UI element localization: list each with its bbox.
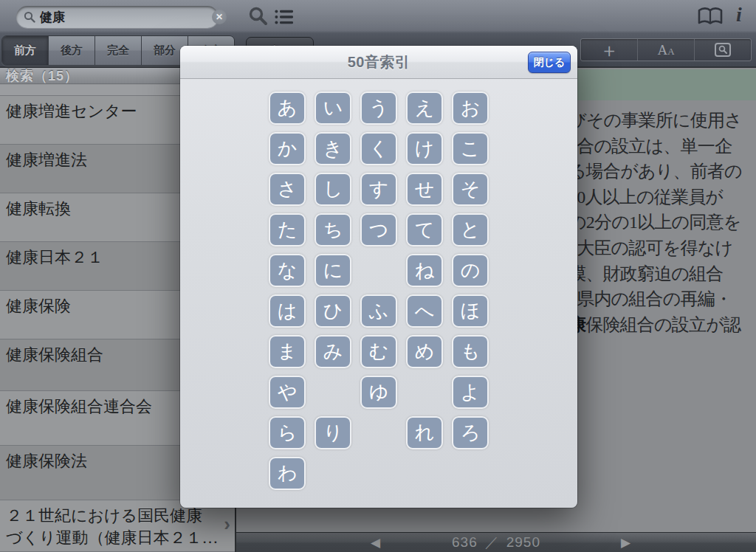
page-search-button[interactable]	[694, 39, 751, 61]
kana-key[interactable]: お	[452, 92, 489, 125]
kana-key[interactable]: や	[269, 376, 306, 409]
kana-key[interactable]: と	[452, 213, 489, 246]
tab-2[interactable]: 後方	[49, 36, 95, 65]
tab-3[interactable]: 完全	[95, 36, 142, 65]
kana-key[interactable]: さ	[269, 173, 306, 206]
tab-1[interactable]: 前方	[2, 36, 49, 65]
kana-key[interactable]: ち	[315, 213, 351, 246]
page-separator: ／	[485, 533, 499, 552]
kana-key[interactable]: て	[406, 213, 443, 246]
kana-key[interactable]: ろ	[452, 416, 489, 449]
kana-key[interactable]: た	[269, 213, 306, 246]
chevron-right-icon: ›	[224, 513, 230, 536]
kana-key[interactable]: の	[452, 254, 489, 287]
kana-key[interactable]: き	[315, 132, 351, 165]
kana-index-modal: 50音索引 閉じる あいうえおかきくけこさしすせそたちつてとなにねのはひふへほま…	[180, 46, 577, 508]
kana-key[interactable]: よ	[452, 376, 489, 409]
plus-icon: ＋	[599, 41, 619, 60]
entry-text-line: る場合があり、前者の	[568, 159, 742, 184]
result-item[interactable]: ２１世紀における国民健康づくり運動（健康日本２１…›	[0, 500, 235, 552]
next-page-icon[interactable]: ▶	[621, 535, 630, 551]
kana-key[interactable]: み	[315, 335, 351, 368]
prev-page-icon[interactable]: ◀	[371, 535, 380, 551]
kana-key[interactable]: ま	[269, 335, 306, 368]
kana-key[interactable]: も	[452, 335, 489, 368]
entry-text-line: 働大臣の認可を得なけ	[560, 235, 742, 261]
kana-key[interactable]: に	[315, 254, 351, 287]
kana-key[interactable]: ゆ	[360, 376, 397, 409]
kana-key[interactable]: ほ	[452, 294, 489, 328]
kana-key[interactable]: は	[269, 294, 306, 328]
kana-key[interactable]: そ	[452, 173, 489, 206]
search-input[interactable]	[35, 10, 212, 24]
total-pages: 2950	[506, 534, 540, 551]
entry-text-line: 模、財政窮迫の組合	[568, 261, 742, 287]
kana-key[interactable]: け	[406, 132, 443, 165]
modal-header: 50音索引 閉じる	[180, 46, 577, 79]
kana-key[interactable]: れ	[406, 416, 443, 449]
entry-text-line: の2分の1以上の同意を	[568, 210, 742, 235]
clear-search-icon[interactable]: ✕	[212, 10, 227, 24]
kana-key[interactable]: へ	[406, 294, 443, 328]
search-view-icon[interactable]	[248, 6, 269, 27]
entry-text: びその事業所に使用さ組合の設立は、単一企る場合があり、前者の00人以上の従業員が…	[568, 108, 742, 337]
right-segmented-control: ＋ AA	[580, 38, 752, 61]
kana-key[interactable]: ら	[269, 416, 306, 449]
kana-key[interactable]: ね	[406, 254, 443, 287]
kana-key[interactable]: ふ	[360, 294, 397, 328]
kana-key[interactable]: あ	[269, 92, 306, 125]
kana-key[interactable]: こ	[452, 132, 489, 165]
entry-text-line: 府県内の組合の再編・	[560, 286, 742, 312]
entry-text-line: 康保険組合の設立が認	[568, 312, 742, 338]
search-field[interactable]: ✕	[16, 6, 219, 28]
kana-key[interactable]: ひ	[315, 294, 351, 328]
kana-key[interactable]: す	[360, 173, 397, 206]
font-size-button[interactable]: AA	[637, 39, 694, 61]
kana-key[interactable]: む	[360, 335, 397, 368]
kana-key[interactable]: り	[315, 416, 351, 449]
font-size-icon: A	[657, 42, 667, 58]
current-page: 636	[452, 534, 478, 551]
kana-key[interactable]: な	[269, 254, 306, 287]
modal-title: 50音索引	[180, 46, 577, 79]
kana-key[interactable]: う	[360, 92, 397, 125]
entry-text-line: びその事業所に使用さ	[568, 108, 742, 134]
info-icon[interactable]: i	[736, 3, 742, 27]
kana-key[interactable]: え	[406, 92, 443, 125]
kana-key[interactable]: く	[360, 132, 397, 165]
page-navigation-bar: ◀ 636 ／ 2950 ▶	[236, 532, 756, 552]
add-bookmark-button[interactable]: ＋	[581, 39, 637, 61]
close-button[interactable]: 閉じる	[528, 52, 571, 73]
entry-text-line: 組合の設立は、単一企	[560, 134, 742, 159]
kana-grid: あいうえおかきくけこさしすせそたちつてとなにねのはひふへほまみむめもやゆよらりれ…	[269, 92, 489, 490]
search-icon	[24, 11, 35, 23]
book-icon[interactable]	[697, 7, 724, 27]
entry-text-line: 00人以上の従業員が	[568, 184, 742, 210]
kana-key[interactable]: い	[315, 92, 351, 125]
kana-key[interactable]: め	[406, 335, 443, 368]
kana-key[interactable]: し	[315, 173, 351, 206]
kana-key[interactable]: か	[269, 132, 306, 165]
kana-key[interactable]: つ	[360, 213, 397, 246]
kana-key[interactable]: わ	[269, 457, 306, 490]
page-search-icon	[714, 42, 732, 58]
index-list-icon[interactable]	[275, 9, 294, 25]
kana-key[interactable]: せ	[406, 173, 443, 206]
